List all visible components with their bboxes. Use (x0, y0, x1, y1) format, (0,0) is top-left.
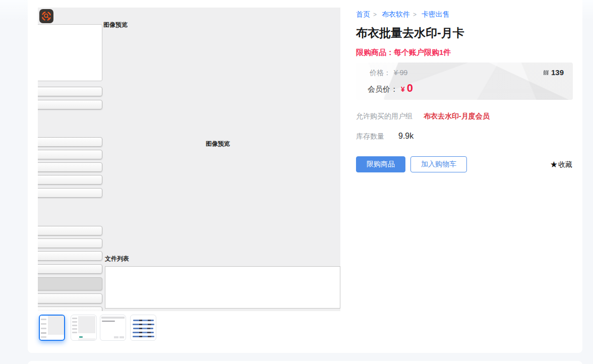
screenshot-button-row (38, 175, 102, 185)
member-price-row: 会员价：¥0 (368, 82, 413, 95)
screenshot-button-row (38, 307, 102, 311)
user-group-row: 允许购买的用户组布衣去水印-月度会员 (356, 112, 490, 121)
screenshot-button-row (38, 226, 102, 235)
popularity-counter: 139 (542, 68, 564, 77)
stock-label: 库存数量 (356, 132, 384, 140)
heat-count: 139 (551, 68, 564, 77)
screenshot-button-row (38, 100, 102, 109)
image-preview-label-top: 图像预览 (103, 21, 128, 29)
breadcrumb: 首页> 布衣软件> 卡密出售 (356, 10, 453, 19)
breadcrumb-cards[interactable]: 卡密出售 (422, 10, 450, 18)
member-price-label: 会员价： (368, 85, 398, 93)
thumbnail-4[interactable] (130, 315, 156, 341)
image-preview-label-center: 图像预览 (206, 140, 230, 148)
star-icon: ★ (550, 159, 558, 170)
user-group-value: 布衣去水印-月度会员 (424, 112, 490, 120)
product-main-image[interactable]: 图像预览 图像预览 文件列表 (38, 8, 340, 311)
screenshot-button-row (38, 238, 102, 248)
screenshot-button-row (38, 188, 102, 198)
product-card: 图像预览 图像预览 文件列表 (28, 0, 582, 353)
screenshot-button-row (38, 87, 102, 96)
currency-symbol: ¥ (401, 85, 405, 93)
screenshot-button-row (38, 162, 102, 172)
app-logo-icon (39, 9, 53, 23)
thumbnail-3[interactable] (100, 315, 126, 341)
stock-value: 9.9k (398, 132, 413, 140)
next-section-card (28, 361, 582, 364)
screenshot-button-row (38, 251, 102, 261)
breadcrumb-separator: > (413, 11, 417, 18)
favorite-label: 收藏 (558, 160, 572, 169)
screenshot-button-row-selected (38, 277, 102, 290)
price-label: 价格： (370, 69, 391, 77)
thumbnail-2[interactable] (71, 315, 97, 341)
screenshot-button-row (38, 264, 102, 274)
breadcrumb-home[interactable]: 首页 (356, 10, 370, 18)
thumbnail-1-selected[interactable] (39, 315, 65, 341)
product-title: 布衣批量去水印-月卡 (356, 25, 464, 41)
stock-row: 库存数量9.9k (356, 132, 413, 141)
screenshot-file-list-box (105, 266, 340, 309)
original-price-row: 价格：¥ 99 (370, 69, 407, 78)
screenshot-preview-thumb-box (38, 24, 102, 81)
purchase-limit-notice: 限购商品：每个账户限购1件 (356, 48, 451, 57)
screenshot-button-row (38, 137, 102, 147)
heat-flame-icon (542, 69, 550, 76)
breadcrumb-software[interactable]: 布衣软件 (382, 10, 410, 18)
favorite-button[interactable]: ★ 收藏 (550, 159, 572, 170)
breadcrumb-separator: > (373, 11, 377, 18)
screenshot-button-row (38, 150, 102, 159)
price-box: 价格：¥ 99 会员价：¥0 139 (356, 63, 573, 100)
screenshot-button-row (38, 293, 102, 304)
user-group-label: 允许购买的用户组 (356, 112, 412, 120)
limited-buy-button[interactable]: 限购商品 (356, 156, 405, 172)
original-price: ¥ 99 (394, 69, 407, 77)
member-price-value: 0 (407, 82, 413, 94)
file-list-label: 文件列表 (105, 255, 129, 263)
add-to-cart-button[interactable]: 加入购物车 (410, 156, 467, 172)
